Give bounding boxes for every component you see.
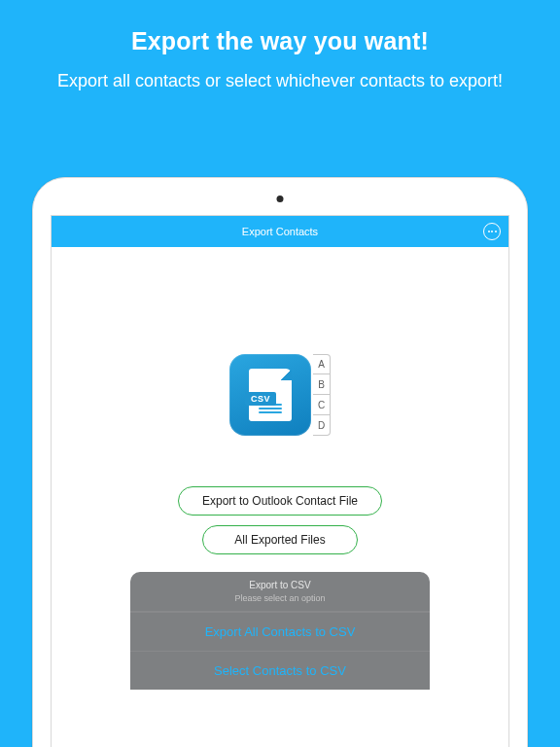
app-screen: Export Contacts CSV A B C D (51, 215, 509, 747)
action-sheet-subtitle: Please select an option (130, 593, 430, 603)
navbar-title: Export Contacts (242, 226, 318, 237)
index-tab: B (313, 374, 331, 395)
more-button[interactable] (483, 223, 501, 240)
promo-subtitle: Export all contacts or select whichever … (39, 69, 521, 92)
promo-title: Export the way you want! (39, 27, 521, 55)
index-tab: D (313, 415, 331, 436)
app-navbar: Export Contacts (52, 216, 508, 247)
csv-badge: CSV (245, 392, 276, 406)
index-tab: C (313, 395, 331, 415)
device-frame: Export Contacts CSV A B C D (32, 177, 528, 747)
action-sheet-title: Export to CSV (130, 580, 430, 590)
csv-document-icon: CSV (229, 354, 311, 436)
all-exported-files-button[interactable]: All Exported Files (202, 525, 358, 554)
action-sheet: Export to CSV Please select an option Ex… (130, 572, 430, 690)
option-label: Export All Contacts to CSV (205, 624, 356, 639)
app-icon: CSV A B C D (229, 354, 331, 436)
export-all-option[interactable]: Export All Contacts to CSV (130, 612, 430, 651)
promo-hero: Export the way you want! Export all cont… (0, 0, 560, 125)
action-sheet-header: Export to CSV Please select an option (130, 572, 430, 612)
app-content: CSV A B C D Export to Outlook Contact Fi… (52, 247, 508, 690)
option-label: Select Contacts to CSV (214, 663, 346, 678)
select-contacts-option[interactable]: Select Contacts to CSV (130, 651, 430, 690)
index-tab: A (313, 354, 331, 374)
contact-index-tabs: A B C D (313, 354, 331, 436)
button-label: Export to Outlook Contact File (202, 494, 358, 508)
button-label: All Exported Files (234, 533, 325, 547)
export-outlook-button[interactable]: Export to Outlook Contact File (178, 486, 382, 516)
camera-dot (277, 196, 284, 202)
